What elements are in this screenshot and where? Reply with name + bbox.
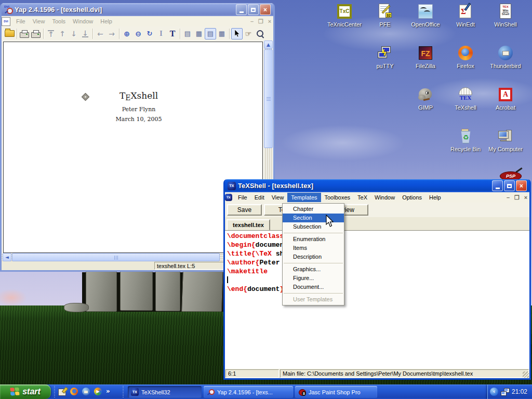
- desktop-icon-texniccenter[interactable]: TxC TeXnicCenter: [325, 3, 364, 28]
- save-button[interactable]: Save: [227, 204, 262, 216]
- menu-item-figure[interactable]: Figure...: [283, 274, 344, 283]
- resize-grip[interactable]: [523, 371, 529, 378]
- desktop-icon-thunderbird[interactable]: Thunderbird: [486, 45, 525, 69]
- taskbar: start ▶ » TX TeXShell32 Yap 2.4.1596 - […: [0, 384, 532, 399]
- yap-menu-file[interactable]: File: [12, 17, 29, 26]
- open-icon[interactable]: [4, 28, 15, 39]
- taskbar-task-yap[interactable]: Yap 2.4.1596 - [texs...: [204, 386, 293, 398]
- texniccenter-icon: TxC: [336, 3, 353, 20]
- desktop-icon-my-computer[interactable]: My Computer: [486, 128, 525, 152]
- desktop-icon-pfe[interactable]: 32 PFE: [365, 3, 405, 28]
- refresh-icon[interactable]: ↻: [144, 28, 155, 39]
- menu-options[interactable]: Options: [398, 193, 425, 202]
- desktop-icon-acrobat[interactable]: A Acrobat: [486, 86, 525, 111]
- desktop-icon-gimp[interactable]: GIMP: [406, 86, 445, 111]
- taskbar-task-paint-shop-pro[interactable]: 8 Jasc Paint Shop Pro: [295, 386, 377, 398]
- texshell-minimize-button[interactable]: [492, 180, 503, 191]
- print-icon[interactable]: [19, 28, 30, 39]
- desktop-icon-recycle-bin[interactable]: ♻ Recycle Bin: [446, 128, 485, 152]
- quicklaunch-overflow-chevron[interactable]: »: [106, 388, 110, 395]
- desktop-icon-firefox[interactable]: Firefox: [446, 45, 485, 69]
- text-tool-icon[interactable]: T: [167, 28, 178, 39]
- last-page-icon[interactable]: ↓: [79, 28, 91, 39]
- desktop-icon-label: WinEdt: [446, 21, 485, 28]
- menu-tex[interactable]: TeX: [354, 193, 371, 202]
- show-desktop-icon[interactable]: [58, 388, 66, 396]
- hand-tool-icon[interactable]: ☞: [243, 28, 254, 39]
- menu-edit[interactable]: Edit: [251, 193, 268, 202]
- menu-templates[interactable]: Templates: [287, 193, 321, 202]
- yap-mdi-restore-icon[interactable]: ❐: [257, 18, 264, 25]
- view-double-icon[interactable]: ▦: [193, 28, 205, 39]
- desktop-icon-filezilla[interactable]: FZ FileZilla: [406, 45, 445, 69]
- texshell-mdi-minimize-icon[interactable]: –: [504, 194, 512, 201]
- menu-help[interactable]: Help: [425, 193, 445, 202]
- desktop-icon-putty[interactable]: ϟ puTTY: [365, 45, 405, 69]
- menu-item-chapter[interactable]: Chapter: [283, 205, 344, 214]
- back-icon[interactable]: ←: [95, 28, 106, 39]
- select-tool-icon[interactable]: [231, 28, 243, 39]
- status-spacer: [2, 262, 153, 270]
- desktop-icon-winedt[interactable]: Σ WinEdt: [446, 3, 485, 28]
- view-continuous-double-icon[interactable]: ▦: [216, 28, 228, 39]
- start-label: start: [22, 387, 41, 396]
- desktop-icon-label: Thunderbird: [486, 63, 525, 69]
- texshell-maximize-button[interactable]: [504, 180, 515, 191]
- texshell-mdi-restore-icon[interactable]: ❐: [513, 194, 521, 201]
- magnifier-tool-icon[interactable]: [254, 28, 265, 39]
- menu-item-items[interactable]: Items: [283, 244, 344, 252]
- next-page-icon[interactable]: ↓: [68, 28, 79, 39]
- texshell-titlebar[interactable]: TX TeXShell - [texshell.tex] ×: [225, 179, 529, 192]
- yap-titlebar[interactable]: DVI Yap 2.4.1596 - [texshell.dvi] ×: [2, 3, 273, 16]
- media-player-quicklaunch-icon[interactable]: ▶: [94, 388, 102, 396]
- network-status-icon[interactable]: [500, 388, 510, 396]
- yap-menu-help[interactable]: Help: [97, 17, 116, 26]
- editor-text[interactable]: \documentclass{article}\begin{document}\…: [225, 230, 529, 369]
- prev-page-icon[interactable]: ↑: [57, 28, 68, 39]
- menu-item-document[interactable]: Document...: [283, 283, 344, 291]
- menu-view[interactable]: View: [268, 193, 288, 202]
- menu-window[interactable]: Window: [371, 193, 398, 202]
- print-page-icon[interactable]: [30, 28, 42, 39]
- start-button[interactable]: start: [0, 384, 51, 399]
- vertical-scroll-thumb[interactable]: [264, 49, 273, 148]
- firefox-quicklaunch-icon[interactable]: [70, 388, 78, 396]
- desktop-icon-openoffice[interactable]: OpenOffice: [406, 3, 445, 28]
- menu-item-user-templates[interactable]: User Templates: [283, 295, 344, 304]
- menu-file[interactable]: File: [234, 193, 251, 202]
- menu-toolboxes[interactable]: Toolboxes: [321, 193, 354, 202]
- taskbar-task-texshell32[interactable]: TX TeXShell32: [128, 386, 202, 398]
- desktop-icon-winshell[interactable]: TEXWinShell WinShell: [486, 3, 525, 28]
- horizontal-scroll-thumb[interactable]: [12, 253, 220, 261]
- texshell-window[interactable]: TX TeXShell - [texshell.tex] × TX File E…: [223, 179, 531, 380]
- menu-item-description[interactable]: Description: [283, 252, 344, 261]
- scroll-up-arrow[interactable]: ▲: [264, 41, 273, 49]
- dvi-author: Peter Flynn: [76, 106, 201, 113]
- view-continuous-icon[interactable]: ▤: [205, 28, 216, 39]
- yap-menu-tools[interactable]: Tools: [48, 17, 69, 26]
- menu-item-graphics[interactable]: Graphics...: [283, 265, 344, 274]
- menu-item-enumeration[interactable]: Enumeration: [283, 235, 344, 244]
- yap-close-button[interactable]: ×: [260, 4, 271, 15]
- text-cursor-icon[interactable]: I: [155, 28, 167, 39]
- desktop-icon-texshell[interactable]: TEX TeXshell: [446, 86, 485, 111]
- thunderbird-quicklaunch-icon[interactable]: [82, 388, 90, 396]
- yap-menu-window[interactable]: Window: [69, 17, 97, 26]
- forward-icon[interactable]: →: [106, 28, 117, 39]
- yap-mdi-close-icon[interactable]: ×: [266, 18, 273, 24]
- menu-separator: [284, 263, 343, 263]
- view-single-icon[interactable]: ▤: [182, 28, 193, 39]
- tray-collapse-chevron-icon[interactable]: ‹: [490, 388, 498, 396]
- yap-mdi-minimize-icon[interactable]: –: [248, 18, 256, 24]
- yap-minimize-button[interactable]: [236, 4, 247, 15]
- yap-maximize-button[interactable]: [248, 4, 259, 15]
- zoom-in-icon[interactable]: ⊕: [121, 28, 132, 39]
- yap-menu-view[interactable]: View: [29, 17, 49, 26]
- texshell-close-button[interactable]: ×: [516, 180, 527, 191]
- zoom-out-icon[interactable]: ⊖: [132, 28, 144, 39]
- scroll-left-arrow[interactable]: ◄: [3, 253, 11, 261]
- first-page-icon[interactable]: ↑: [45, 28, 57, 39]
- texshell-mdi-close-icon[interactable]: ×: [522, 194, 529, 201]
- tab-texshell-tex[interactable]: texshell.tex: [227, 219, 270, 231]
- texshell-menubar: TX File Edit View Templates Toolboxes Te…: [225, 192, 529, 203]
